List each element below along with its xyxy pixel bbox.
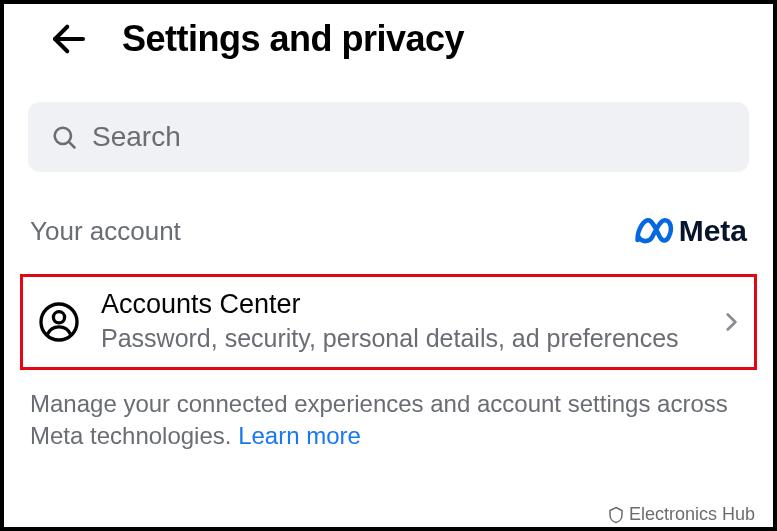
meta-brand-text: Meta <box>679 214 747 248</box>
search-bar[interactable] <box>28 102 749 172</box>
meta-brand: Meta <box>633 214 747 248</box>
back-button[interactable] <box>48 18 90 60</box>
svg-point-4 <box>53 311 64 322</box>
accounts-center-title: Accounts Center <box>101 289 712 320</box>
watermark-text: Electronics Hub <box>629 504 755 525</box>
watermark-icon <box>607 506 625 524</box>
your-account-row: Your account Meta <box>22 214 755 274</box>
watermark: Electronics Hub <box>607 504 755 525</box>
page-title: Settings and privacy <box>122 18 464 60</box>
search-input[interactable] <box>92 121 727 153</box>
accounts-center-body: Accounts Center Password, security, pers… <box>101 289 712 355</box>
chevron-right-icon <box>718 309 744 335</box>
svg-line-2 <box>69 142 75 148</box>
learn-more-link[interactable]: Learn more <box>238 422 361 449</box>
search-icon <box>50 123 78 151</box>
page-header: Settings and privacy <box>22 18 755 60</box>
meta-logo-icon <box>633 217 675 245</box>
accounts-center-item[interactable]: Accounts Center Password, security, pers… <box>20 274 757 370</box>
description-body: Manage your connected experiences and ac… <box>30 390 728 449</box>
description-text: Manage your connected experiences and ac… <box>22 370 755 453</box>
your-account-label: Your account <box>30 216 181 247</box>
person-circle-icon <box>29 301 89 343</box>
arrow-left-icon <box>48 18 90 60</box>
accounts-center-subtitle: Password, security, personal details, ad… <box>101 322 712 355</box>
